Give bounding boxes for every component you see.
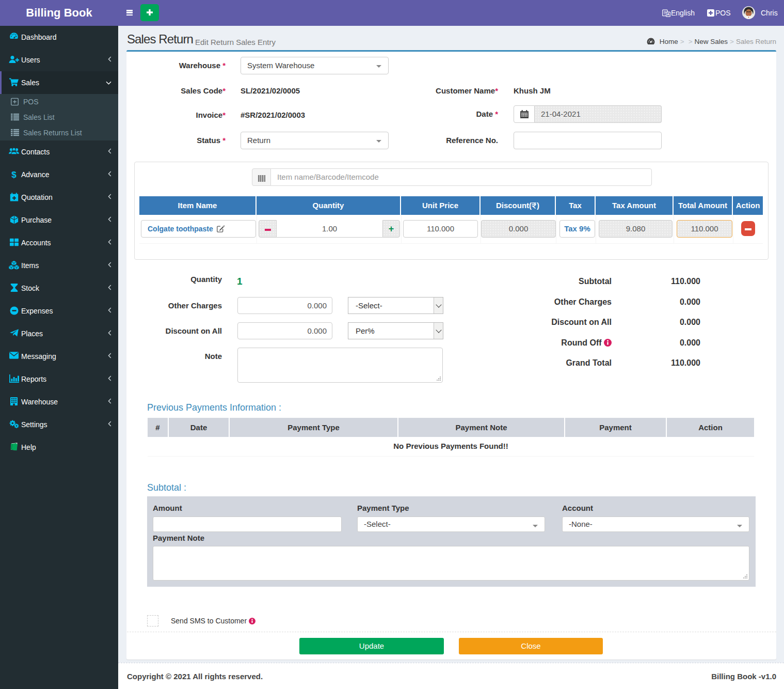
svg-text:A: A bbox=[667, 12, 669, 16]
svg-text:$: $ bbox=[11, 170, 17, 179]
